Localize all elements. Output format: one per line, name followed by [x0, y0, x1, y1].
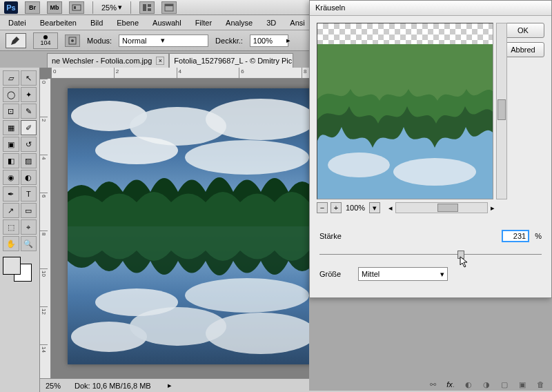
filter-preview[interactable]	[317, 23, 493, 199]
folder-icon[interactable]: ▢	[498, 380, 511, 389]
status-zoom[interactable]: 25%	[46, 382, 61, 390]
arrange-docs-button[interactable]	[139, 1, 155, 14]
preview-scroll-h[interactable]	[395, 202, 488, 213]
chevron-down-icon: ▸	[286, 36, 290, 45]
move-tool[interactable]: ▱	[3, 70, 19, 86]
blur-tool[interactable]: ◉	[3, 170, 19, 185]
brush-size-value: 104	[40, 39, 50, 46]
preview-scroll-v[interactable]	[496, 23, 507, 199]
chevron-down-icon[interactable]: ▾	[118, 3, 122, 12]
opacity-value: 100%	[253, 37, 273, 45]
document-canvas[interactable]	[68, 88, 330, 364]
eyedropper-tool[interactable]: ✎	[21, 104, 37, 119]
gradient-tool[interactable]: ▨	[21, 153, 37, 168]
mask-icon[interactable]: ◐	[462, 380, 475, 389]
stamp-tool[interactable]: ▣	[3, 137, 19, 152]
svg-point-18	[206, 313, 316, 354]
minibridge-button[interactable]: Mb	[47, 1, 62, 14]
tab-label: Fotolia_15279687_L - © Dmitry Pichu	[174, 57, 293, 65]
3d-cam-tool[interactable]: ⌖	[21, 219, 37, 235]
groesse-select[interactable]: Mittel ▾	[358, 267, 448, 281]
brush-preset-picker[interactable]: 104	[33, 32, 58, 49]
move-arrow-tool[interactable]: ↖	[21, 70, 37, 86]
zoom-out-button[interactable]: −	[317, 202, 328, 213]
opacity-label: Deckkr.:	[215, 37, 243, 45]
staerke-label: Stärke	[319, 232, 353, 240]
staerke-slider[interactable]	[319, 249, 542, 260]
document-tab[interactable]: Fotolia_15279687_L - © Dmitry Pichu ×	[169, 53, 293, 68]
history-brush-tool[interactable]: ↺	[21, 137, 37, 152]
svg-point-8	[71, 39, 74, 42]
bridge-button[interactable]: Br	[25, 1, 40, 14]
ripple-dialog: Kräuseln − +	[309, 0, 552, 298]
trash-icon[interactable]: 🗑	[534, 380, 546, 389]
zoom-tool[interactable]: 🔍	[21, 236, 37, 251]
svg-point-13	[95, 137, 178, 164]
menu-3d[interactable]: 3D	[261, 17, 282, 29]
chevron-right-icon[interactable]: ▸	[168, 381, 172, 390]
cancel-button[interactable]: Abbred	[502, 42, 544, 57]
link-icon[interactable]: ⚯	[426, 380, 439, 389]
chevron-down-icon[interactable]: ▾	[369, 202, 380, 213]
dodge-tool[interactable]: ◐	[21, 170, 37, 185]
svg-rect-1	[74, 6, 76, 9]
view-extras-button[interactable]	[69, 1, 84, 14]
lasso-tool[interactable]: ◯	[3, 87, 19, 102]
svg-rect-6	[165, 4, 173, 6]
adjust-icon[interactable]: ◑	[480, 380, 493, 389]
modus-label: Modus:	[87, 37, 112, 45]
groesse-label: Größe	[319, 270, 353, 278]
color-swatches[interactable]	[3, 257, 32, 282]
scroll-right-icon[interactable]: ▸	[491, 204, 495, 213]
screen-mode-button[interactable]	[161, 1, 177, 14]
scroll-left-icon[interactable]: ◂	[388, 204, 393, 213]
heal-tool[interactable]: ▦	[3, 120, 19, 135]
current-tool-icon[interactable]	[6, 33, 26, 48]
ok-button[interactable]: OK	[502, 23, 544, 38]
zoom-value[interactable]: 25%	[101, 3, 117, 12]
svg-point-14	[185, 140, 309, 175]
svg-point-23	[393, 158, 476, 186]
chevron-down-icon: ▾	[440, 270, 444, 279]
menu-filter[interactable]: Filter	[190, 17, 217, 29]
path-tool[interactable]: ↗	[3, 203, 19, 218]
menu-datei[interactable]: Datei	[3, 17, 32, 29]
brush-panel-button[interactable]	[65, 35, 80, 47]
panels-strip: ⚯ fx. ◐ ◑ ▢ ▣ 🗑	[309, 288, 552, 391]
menu-bearbeiten[interactable]: Bearbeiten	[34, 17, 82, 29]
app-logo: Ps	[4, 1, 18, 14]
3d-tool[interactable]: ⬚	[3, 219, 19, 235]
eraser-tool[interactable]: ◧	[3, 153, 19, 168]
svg-rect-2	[143, 4, 146, 11]
menu-analyse[interactable]: Analyse	[220, 17, 258, 29]
blend-mode-select[interactable]: Normal ▾	[119, 35, 208, 47]
wand-tool[interactable]: ✦	[21, 87, 37, 102]
menu-bild[interactable]: Bild	[85, 17, 108, 29]
hand-tool[interactable]: ✋	[3, 236, 19, 251]
fx-icon[interactable]: fx.	[444, 380, 457, 389]
svg-point-22	[328, 153, 390, 177]
menu-ebene[interactable]: Ebene	[111, 17, 144, 29]
new-layer-icon[interactable]: ▣	[516, 380, 529, 389]
crop-tool[interactable]: ⊡	[3, 104, 19, 119]
pen-tool[interactable]: ✒	[3, 186, 19, 202]
foreground-swatch[interactable]	[3, 257, 21, 275]
slider-thumb[interactable]	[457, 251, 464, 259]
menu-auswahl[interactable]: Auswahl	[147, 17, 187, 29]
svg-point-20	[185, 278, 309, 313]
blend-mode-value: Normal	[122, 37, 146, 45]
type-tool[interactable]: T	[21, 186, 37, 202]
svg-rect-0	[72, 5, 81, 10]
menu-ansicht[interactable]: Ansi	[284, 17, 310, 29]
zoom-in-button[interactable]: +	[331, 202, 342, 213]
svg-point-19	[95, 288, 178, 316]
toolbox: ▱↖ ◯✦ ⊡✎ ▦✐ ▣↺ ◧▨ ◉◐ ✒T ↗▭ ⬚⌖ ✋🔍	[0, 68, 40, 392]
chevron-down-icon: ▾	[161, 36, 165, 45]
close-icon[interactable]: ×	[156, 57, 164, 65]
document-tab[interactable]: ne Wechsler - Fotolia.com.jpg ×	[47, 53, 169, 68]
groesse-value: Mittel	[362, 270, 379, 278]
brush-tool[interactable]: ✐	[21, 120, 37, 135]
opacity-select[interactable]: 100% ▸	[250, 35, 288, 47]
shape-tool[interactable]: ▭	[21, 203, 37, 218]
staerke-input[interactable]	[502, 230, 529, 242]
